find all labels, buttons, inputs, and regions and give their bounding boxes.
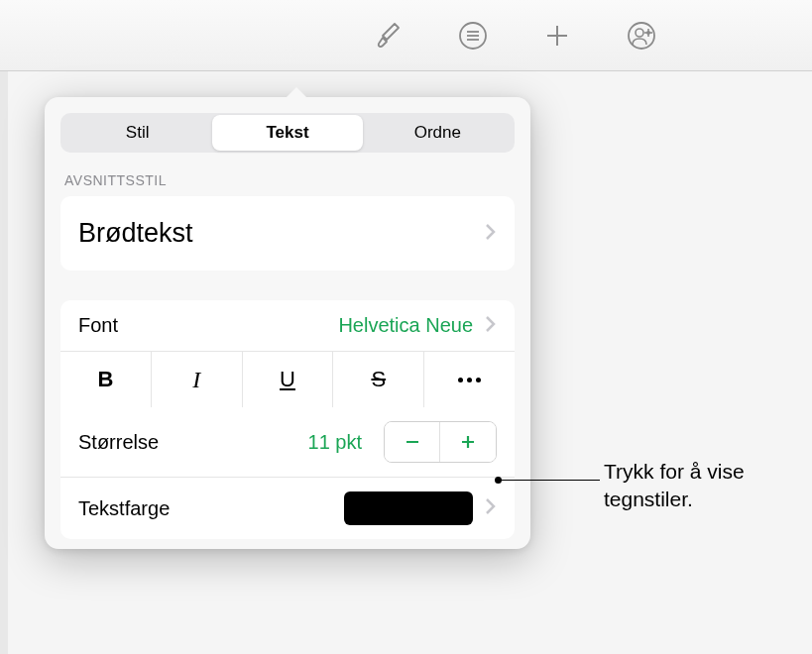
chevron-right-icon (485, 223, 497, 245)
tab-arrange[interactable]: Ordne (363, 115, 513, 151)
strikethrough-button[interactable]: S (333, 352, 424, 407)
minus-icon (403, 432, 422, 452)
text-color-selector[interactable]: Tekstfarge (60, 477, 515, 539)
format-brush-button[interactable] (369, 16, 408, 55)
format-popover: Stil Tekst Ordne AVSNITTSSTIL Brødtekst … (45, 97, 530, 549)
chevron-right-icon (485, 315, 497, 337)
svg-point-7 (636, 29, 643, 37)
ellipsis-icon (458, 378, 481, 382)
list-button[interactable] (453, 16, 493, 55)
size-increase-button[interactable] (440, 422, 496, 462)
more-styles-button[interactable] (424, 352, 515, 407)
size-stepper (384, 421, 497, 463)
collaborate-button[interactable] (622, 16, 661, 55)
text-color-swatch (344, 491, 473, 525)
size-decrease-button[interactable] (385, 422, 440, 462)
font-value: Helvetica Neue (338, 314, 473, 337)
paragraph-style-selector[interactable]: Brødtekst (60, 196, 515, 271)
size-value: 11 pkt (308, 431, 362, 454)
text-format-buttons: B I U S (60, 351, 515, 407)
callout-line-1: Trykk for å vise (604, 458, 745, 486)
plus-icon (541, 20, 573, 52)
text-color-label: Tekstfarge (78, 497, 344, 520)
add-button[interactable] (537, 16, 577, 55)
top-toolbar (0, 0, 812, 71)
size-row: Størrelse 11 pkt (60, 407, 515, 477)
paragraph-style-section-label: AVSNITTSSTIL (64, 172, 511, 188)
font-selector[interactable]: Font Helvetica Neue (60, 300, 515, 351)
font-card: Font Helvetica Neue B I U S Størrelse 11… (60, 300, 515, 539)
tab-text[interactable]: Tekst (212, 115, 362, 151)
underline-button[interactable]: U (243, 352, 334, 407)
paragraph-style-card: Brødtekst (60, 196, 515, 271)
format-tabs: Stil Tekst Ordne (60, 113, 515, 153)
collaborate-icon (626, 20, 657, 52)
size-label: Størrelse (78, 431, 296, 454)
tab-style[interactable]: Stil (62, 115, 212, 151)
list-icon (457, 20, 489, 52)
plus-icon (458, 432, 478, 452)
bold-button[interactable]: B (60, 352, 152, 407)
callout-text: Trykk for å vise tegnstiler. (604, 458, 745, 514)
chevron-right-icon (485, 497, 497, 519)
italic-button[interactable]: I (152, 352, 243, 407)
brush-icon (373, 20, 405, 52)
callout-line-2: tegnstiler. (604, 486, 745, 513)
document-edge (0, 71, 8, 654)
font-label: Font (78, 314, 118, 337)
callout-leader-line (499, 480, 600, 481)
paragraph-style-name: Brødtekst (78, 218, 193, 249)
